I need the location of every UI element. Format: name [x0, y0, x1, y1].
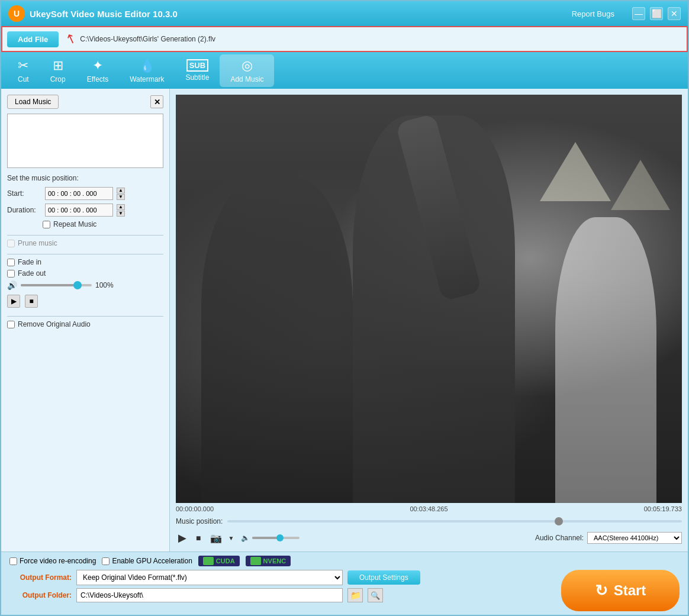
- title-bar: U UkeySoft Video Music Editor 10.3.0 Rep…: [1, 1, 688, 26]
- repeat-music-label: Repeat Music: [53, 220, 96, 228]
- gpu-acceleration-checkbox[interactable]: [102, 557, 110, 565]
- close-button[interactable]: ✕: [668, 7, 681, 20]
- music-position-slider[interactable]: [227, 520, 682, 523]
- crop-icon: ⊞: [53, 58, 63, 73]
- snapshot-group: 📷 ▼: [208, 531, 236, 545]
- toolbar-item-add-music[interactable]: ◎ Add Music: [220, 54, 274, 87]
- duration-label: Duration:: [7, 206, 41, 214]
- toolbar-item-effects[interactable]: ✦ Effects: [76, 54, 119, 87]
- repeat-music-row: Repeat Music: [43, 220, 163, 228]
- close-panel-button[interactable]: ✕: [150, 95, 163, 108]
- video-stop-button[interactable]: ■: [194, 532, 203, 544]
- fade-out-checkbox[interactable]: [7, 270, 15, 278]
- player-volume-group: 🔈: [241, 534, 300, 542]
- video-play-button[interactable]: ▶: [176, 530, 189, 546]
- snapshot-button[interactable]: 📷: [208, 531, 224, 545]
- divider3: [7, 316, 163, 317]
- spin-down-icon[interactable]: ▼: [117, 194, 125, 200]
- force-encoding-checkbox[interactable]: [9, 557, 17, 565]
- output-settings-button[interactable]: Output Settings: [347, 570, 420, 585]
- start-label: Start: [614, 582, 646, 599]
- file-path-display: C:\Videos-Ukeysoft\Girls' Generation (2)…: [80, 35, 215, 43]
- toolbar: ✂ Cut ⊞ Crop ✦ Effects 💧 Watermark SUB S…: [1, 52, 688, 89]
- repeat-music-checkbox[interactable]: [43, 221, 50, 228]
- start-time-input[interactable]: [45, 187, 113, 200]
- app-logo: U: [8, 5, 25, 22]
- report-bugs-link[interactable]: Report Bugs: [572, 9, 614, 18]
- snapshot-dropdown[interactable]: ▼: [226, 534, 236, 543]
- restore-button[interactable]: ⬜: [650, 7, 663, 20]
- remove-original-row: Remove Original Audio: [7, 320, 163, 328]
- start-refresh-icon: ↻: [595, 582, 608, 600]
- start-label: Start:: [7, 189, 41, 198]
- person-silhouette-3: [555, 217, 656, 503]
- add-music-icon: ◎: [242, 58, 253, 73]
- duration-spinner[interactable]: ▲ ▼: [117, 204, 125, 217]
- stop-button[interactable]: ■: [25, 295, 38, 308]
- volume-row: 🔊 100%: [7, 280, 163, 290]
- folder-search-button[interactable]: 🔍: [368, 588, 383, 602]
- toolbar-watermark-label: Watermark: [130, 75, 164, 83]
- music-position-thumb[interactable]: [555, 517, 563, 525]
- toolbar-item-watermark[interactable]: 💧 Watermark: [119, 54, 175, 87]
- output-format-row: Output Format: Keep Original Video Forma…: [9, 570, 552, 585]
- subtitle-icon: SUB: [186, 59, 208, 72]
- left-panel: Load Music ✕ Set the music position: Sta…: [1, 89, 170, 552]
- start-time-spinner[interactable]: ▲ ▼: [117, 188, 125, 200]
- player-volume-knob[interactable]: [276, 534, 284, 541]
- volume-knob[interactable]: [73, 281, 82, 289]
- timeline-row: 00:00:00.000 00:03:48.265 00:05:19.733: [176, 503, 682, 515]
- effects-icon: ✦: [92, 58, 103, 73]
- fade-out-row: Fade out: [7, 269, 163, 278]
- folder-browse-button[interactable]: 📁: [347, 588, 363, 602]
- divider1: [7, 235, 163, 236]
- time-mid: 00:03:48.265: [410, 505, 447, 512]
- music-list-box: [7, 114, 163, 168]
- toolbar-item-cut[interactable]: ✂ Cut: [7, 54, 40, 87]
- remove-original-checkbox[interactable]: [7, 321, 15, 328]
- main-content: Load Music ✕ Set the music position: Sta…: [1, 89, 688, 552]
- encoding-row: Force video re-encoding Enable GPU Accel…: [9, 556, 680, 566]
- output-format-select[interactable]: Keep Original Video Format(*.flv): [76, 570, 343, 585]
- toolbar-effects-label: Effects: [87, 75, 108, 83]
- minimize-button[interactable]: —: [632, 7, 645, 20]
- play-button[interactable]: ▶: [7, 295, 20, 308]
- spin-up-icon[interactable]: ▲: [117, 188, 125, 193]
- duration-spin-down-icon[interactable]: ▼: [117, 211, 125, 217]
- right-panel: 00:00:00.000 00:03:48.265 00:05:19.733 M…: [170, 89, 688, 552]
- duration-spin-up-icon[interactable]: ▲: [117, 204, 125, 210]
- volume-icon: 🔊: [7, 280, 17, 290]
- start-button[interactable]: ↻ Start: [561, 570, 680, 611]
- triangle-decoration-1: [540, 142, 611, 201]
- cuda-gpu-icon: [203, 557, 214, 565]
- audio-channel-label: Audio Channel:: [535, 534, 584, 542]
- remove-original-label: Remove Original Audio: [18, 320, 91, 328]
- output-folder-input[interactable]: [76, 588, 343, 602]
- watermark-icon: 💧: [139, 58, 155, 73]
- duration-input[interactable]: [45, 204, 113, 217]
- load-music-button[interactable]: Load Music: [7, 95, 59, 109]
- output-folder-row: Output Folder: 📁 🔍: [9, 588, 552, 602]
- fade-out-label: Fade out: [18, 269, 46, 278]
- output-fields: Output Format: Keep Original Video Forma…: [9, 570, 552, 605]
- audio-channel-group: Audio Channel: AAC(Stereo 44100Hz): [535, 532, 682, 544]
- prune-music-row: Prune music: [7, 239, 163, 247]
- audio-channel-select[interactable]: AAC(Stereo 44100Hz): [587, 532, 682, 544]
- prune-music-checkbox[interactable]: [7, 240, 15, 247]
- nvenc-badge: NVENC: [246, 556, 291, 566]
- add-file-button[interactable]: Add File: [7, 31, 59, 47]
- player-volume-slider[interactable]: [252, 537, 300, 539]
- volume-percent: 100%: [95, 281, 116, 289]
- music-position-label: Music position:: [176, 517, 223, 525]
- fade-in-checkbox[interactable]: [7, 259, 15, 266]
- time-start: 00:00:00.000: [176, 505, 214, 512]
- output-folder-label: Output Folder:: [9, 591, 72, 599]
- toolbar-crop-label: Crop: [50, 75, 66, 83]
- volume-slider[interactable]: [21, 284, 92, 286]
- fade-in-label: Fade in: [18, 258, 41, 266]
- toolbar-item-crop[interactable]: ⊞ Crop: [40, 54, 76, 87]
- toolbar-item-subtitle[interactable]: SUB Subtitle: [175, 56, 220, 85]
- playback-row: ▶ ■: [7, 295, 163, 308]
- video-scene: [176, 95, 682, 503]
- app-title: UkeySoft Video Music Editor 10.3.0: [30, 9, 572, 19]
